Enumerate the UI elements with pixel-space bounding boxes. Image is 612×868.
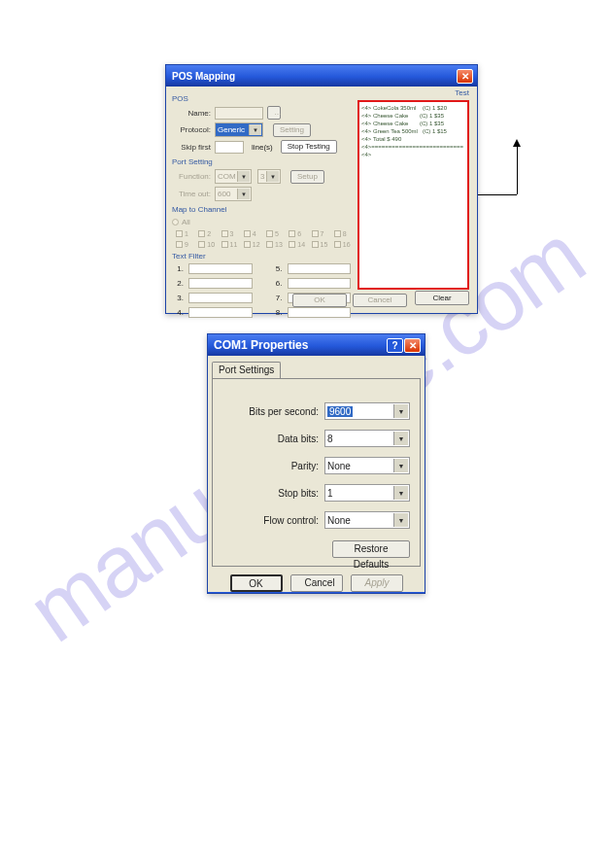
filter-num: 7. bbox=[271, 294, 283, 302]
channel-checkbox[interactable]: 2 bbox=[198, 230, 215, 237]
callout-arrow bbox=[517, 146, 518, 194]
label-flow-control: Flow control: bbox=[263, 515, 319, 526]
filter-num: 1. bbox=[172, 264, 184, 273]
cancel-button[interactable]: Cancel bbox=[290, 574, 343, 592]
lookup-button[interactable]: … bbox=[267, 106, 281, 120]
titlebar-com-properties[interactable]: COM1 Properties ? ✕ bbox=[208, 334, 425, 356]
group-test-label: Test bbox=[455, 88, 469, 97]
select-function[interactable]: COM bbox=[215, 169, 252, 184]
group-text-filter: Text Filter bbox=[172, 252, 353, 260]
restore-defaults-button[interactable]: Restore Defaults bbox=[332, 540, 410, 558]
label-bits-per-second: Bits per second: bbox=[249, 406, 319, 417]
test-line: <4> Green Tea 500ml (C) 1 $15 bbox=[361, 127, 465, 135]
cancel-button[interactable]: Cancel bbox=[353, 294, 407, 307]
channel-checkbox[interactable]: 14 bbox=[289, 241, 305, 248]
label-protocol: Protocol: bbox=[170, 125, 211, 134]
channel-grid: 1 2 3 4 5 6 7 8 9 10 11 12 13 14 15 16 bbox=[176, 230, 351, 248]
group-port: Port Setting bbox=[172, 157, 353, 166]
select-port-number[interactable]: 3 bbox=[257, 169, 281, 184]
channel-checkbox[interactable]: 16 bbox=[334, 241, 351, 248]
group-pos: POS bbox=[172, 94, 353, 103]
filter-num: 2. bbox=[172, 279, 184, 288]
text-filter-grid: 1. 5. 2. 6. 3. 7. 4. 8. bbox=[172, 263, 351, 318]
setting-button[interactable]: Setting bbox=[273, 123, 311, 137]
label-data-bits: Data bits: bbox=[278, 434, 319, 444]
filter-num: 5. bbox=[271, 264, 283, 273]
clear-button[interactable]: Clear bbox=[415, 291, 469, 305]
window-title: COM1 Properties bbox=[214, 338, 308, 352]
channel-checkbox[interactable]: 3 bbox=[221, 230, 238, 237]
test-line: <4> Cheese Cake (C) 1 $35 bbox=[361, 112, 465, 120]
filter-input-2[interactable] bbox=[188, 278, 253, 289]
channel-checkbox[interactable]: 13 bbox=[266, 241, 283, 248]
help-icon[interactable]: ? bbox=[387, 338, 403, 353]
channel-checkbox[interactable]: 11 bbox=[221, 241, 238, 248]
select-parity[interactable]: None bbox=[324, 457, 410, 474]
tab-port-settings[interactable]: Port Settings bbox=[212, 362, 281, 378]
window-pos-mapping: POS Mapping ✕ Test <4> CokeCola 350ml (C… bbox=[165, 64, 478, 314]
select-stop-bits[interactable]: 1 bbox=[324, 484, 410, 502]
channel-checkbox[interactable]: 5 bbox=[266, 230, 283, 237]
window-title: POS Mapping bbox=[172, 71, 235, 82]
label-skip: Skip first bbox=[170, 143, 211, 152]
label-name: Name: bbox=[170, 109, 211, 118]
channel-checkbox[interactable]: 10 bbox=[198, 241, 215, 248]
filter-input-1[interactable] bbox=[188, 263, 253, 274]
select-flow-control[interactable]: None bbox=[324, 511, 410, 529]
titlebar-pos-mapping[interactable]: POS Mapping ✕ bbox=[166, 65, 477, 87]
close-icon[interactable]: ✕ bbox=[457, 69, 473, 84]
select-bits-per-second[interactable]: 9600 bbox=[324, 402, 410, 420]
window-com-properties: COM1 Properties ? ✕ Port Settings Bits p… bbox=[207, 333, 425, 594]
filter-input-4[interactable] bbox=[188, 307, 253, 318]
radio-row-channel-mode: All bbox=[172, 218, 351, 226]
test-output-panel: <4> CokeCola 350ml (C) 1 $20 <4> Cheese … bbox=[357, 100, 469, 290]
channel-checkbox[interactable]: 12 bbox=[244, 241, 260, 248]
channel-checkbox[interactable]: 15 bbox=[312, 241, 328, 248]
label-lines: line(s) bbox=[252, 143, 273, 152]
filter-num: 6. bbox=[271, 279, 283, 288]
test-line: <4> Total $ 490 bbox=[361, 135, 465, 143]
select-timeout[interactable]: 600 bbox=[215, 187, 252, 201]
channel-checkbox[interactable]: 7 bbox=[312, 230, 328, 237]
filter-input-6[interactable] bbox=[288, 278, 352, 289]
filter-num: 3. bbox=[172, 294, 184, 302]
select-protocol[interactable]: Generic bbox=[215, 122, 263, 137]
ok-button[interactable]: OK bbox=[230, 574, 283, 592]
close-icon[interactable]: ✕ bbox=[404, 338, 421, 353]
filter-input-5[interactable] bbox=[288, 263, 352, 274]
label-function: Function: bbox=[170, 172, 211, 181]
tab-panel-port-settings: Bits per second: 9600 Data bits: 8 Parit… bbox=[212, 378, 421, 567]
callout-arrow-head-icon bbox=[513, 139, 521, 147]
filter-input-8[interactable] bbox=[288, 307, 352, 318]
label-stop-bits: Stop bits: bbox=[278, 488, 319, 499]
channel-checkbox[interactable]: 8 bbox=[334, 230, 351, 237]
filter-num: 8. bbox=[271, 308, 283, 317]
filter-num: 4. bbox=[172, 308, 184, 317]
radio-all[interactable]: All bbox=[172, 218, 190, 226]
input-pos-name[interactable] bbox=[215, 107, 263, 120]
apply-button[interactable]: Apply bbox=[351, 574, 403, 592]
filter-input-3[interactable] bbox=[188, 293, 253, 303]
channel-checkbox[interactable]: 4 bbox=[244, 230, 260, 237]
select-data-bits[interactable]: 8 bbox=[324, 430, 410, 447]
channel-checkbox[interactable]: 6 bbox=[289, 230, 305, 237]
callout-arrow bbox=[478, 194, 517, 195]
tab-strip: Port Settings bbox=[208, 360, 425, 378]
stop-testing-button[interactable]: Stop Testing bbox=[281, 140, 337, 154]
test-line: <4>=========================== bbox=[361, 143, 465, 151]
channel-checkbox[interactable]: 1 bbox=[176, 230, 192, 237]
test-line: <4> Cheese Cake (C) 1 $35 bbox=[361, 120, 465, 127]
setup-button[interactable]: Setup bbox=[290, 170, 324, 184]
channel-checkbox[interactable]: 9 bbox=[176, 241, 192, 248]
ok-button[interactable]: OK bbox=[292, 294, 347, 307]
test-line: <4> CokeCola 350ml (C) 1 $20 bbox=[361, 104, 465, 112]
label-parity: Parity: bbox=[291, 461, 319, 471]
test-line: <4> bbox=[361, 151, 465, 158]
group-map-channel: Map to Channel bbox=[172, 205, 353, 214]
label-timeout: Time out: bbox=[170, 190, 211, 198]
input-skip[interactable] bbox=[215, 141, 244, 154]
